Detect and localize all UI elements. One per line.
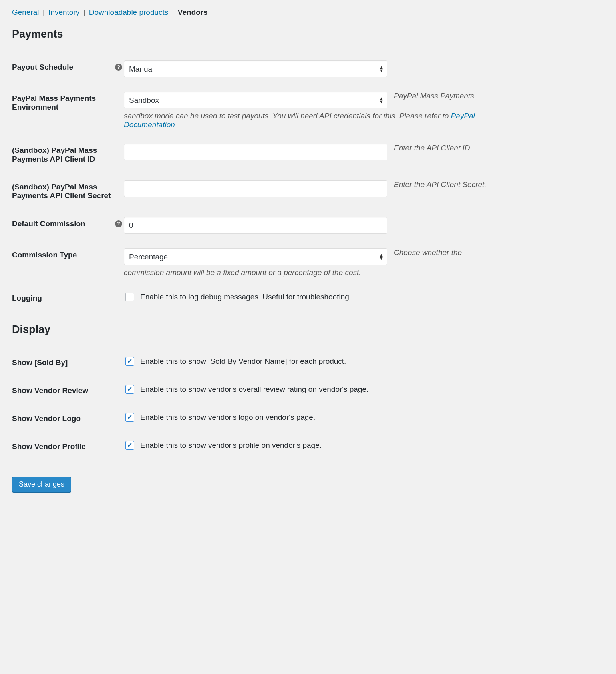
pp-client-secret-input[interactable]	[124, 180, 387, 197]
save-changes-button[interactable]: Save changes	[12, 477, 71, 492]
pp-env-desc: sandbox mode can be used to test payouts…	[124, 112, 507, 129]
label-payout-schedule: Payout Schedule ?	[12, 53, 124, 84]
logging-checkbox[interactable]	[125, 293, 134, 301]
label-default-commission: Default Commission ?	[12, 210, 124, 241]
settings-subnav: General | Inventory | Downloadable produ…	[12, 8, 604, 17]
pp-client-id-desc: Enter the API Client ID.	[394, 144, 472, 152]
commission-type-side-desc: Choose whether the	[394, 248, 462, 257]
section-title-display: Display	[12, 323, 604, 336]
commission-type-desc: commission amount will be a fixed amount…	[124, 268, 507, 277]
show-sold-by-text: Enable this to show [Sold By Vendor Name…	[140, 357, 346, 366]
show-vendor-review-text: Enable this to show vendor's overall rev…	[140, 385, 368, 394]
label-pp-client-id: (Sandbox) PayPal Mass Payments API Clien…	[12, 136, 124, 173]
label-show-vendor-logo: Show Vendor Logo	[12, 405, 124, 433]
help-icon[interactable]: ?	[115, 220, 122, 227]
label-logging: Logging	[12, 284, 124, 312]
payout-schedule-select[interactable]: Manual	[124, 60, 387, 77]
show-sold-by-label[interactable]: Enable this to show [Sold By Vendor Name…	[124, 356, 346, 367]
show-vendor-logo-text: Enable this to show vendor's logo on ven…	[140, 413, 315, 422]
label-commission-type: Commission Type	[12, 241, 124, 284]
show-vendor-logo-label[interactable]: Enable this to show vendor's logo on ven…	[124, 412, 315, 423]
help-icon[interactable]: ?	[115, 64, 122, 71]
label-pp-client-secret: (Sandbox) PayPal Mass Payments API Clien…	[12, 173, 124, 210]
label-show-vendor-review: Show Vendor Review	[12, 377, 124, 405]
label-show-sold-by: Show [Sold By]	[12, 349, 124, 377]
subnav-downloadable[interactable]: Downloadable products	[89, 8, 169, 16]
default-commission-input[interactable]	[124, 217, 387, 234]
display-table: Show [Sold By] Enable this to show [Sold…	[12, 349, 604, 461]
show-vendor-profile-checkbox[interactable]	[125, 441, 134, 450]
subnav-vendors[interactable]: Vendors	[178, 8, 208, 16]
payments-table: Payout Schedule ? Manual ▲▼ PayPal Mass …	[12, 53, 604, 312]
show-vendor-review-checkbox[interactable]	[125, 385, 134, 394]
subnav-inventory[interactable]: Inventory	[48, 8, 79, 16]
label-show-vendor-profile: Show Vendor Profile	[12, 433, 124, 461]
show-vendor-review-label[interactable]: Enable this to show vendor's overall rev…	[124, 384, 368, 395]
subnav-sep: |	[41, 8, 46, 16]
pp-env-side-desc: PayPal Mass Payments	[394, 92, 474, 100]
pp-client-secret-desc: Enter the API Client Secret.	[394, 180, 487, 189]
logging-check-text: Enable this to log debug messages. Usefu…	[140, 293, 351, 301]
subnav-general[interactable]: General	[12, 8, 39, 16]
commission-type-select[interactable]: Percentage	[124, 248, 387, 265]
pp-env-select[interactable]: Sandbox	[124, 92, 387, 108]
show-vendor-profile-label[interactable]: Enable this to show vendor's profile on …	[124, 440, 322, 451]
show-vendor-logo-checkbox[interactable]	[125, 413, 134, 422]
pp-client-id-input[interactable]	[124, 144, 387, 160]
section-title-payments: Payments	[12, 28, 604, 40]
show-vendor-profile-text: Enable this to show vendor's profile on …	[140, 441, 322, 450]
label-pp-env: PayPal Mass Payments Environment	[12, 84, 124, 136]
show-sold-by-checkbox[interactable]	[125, 357, 134, 366]
subnav-sep: |	[171, 8, 176, 16]
subnav-sep: |	[82, 8, 87, 16]
logging-checkbox-label[interactable]: Enable this to log debug messages. Usefu…	[124, 291, 351, 303]
